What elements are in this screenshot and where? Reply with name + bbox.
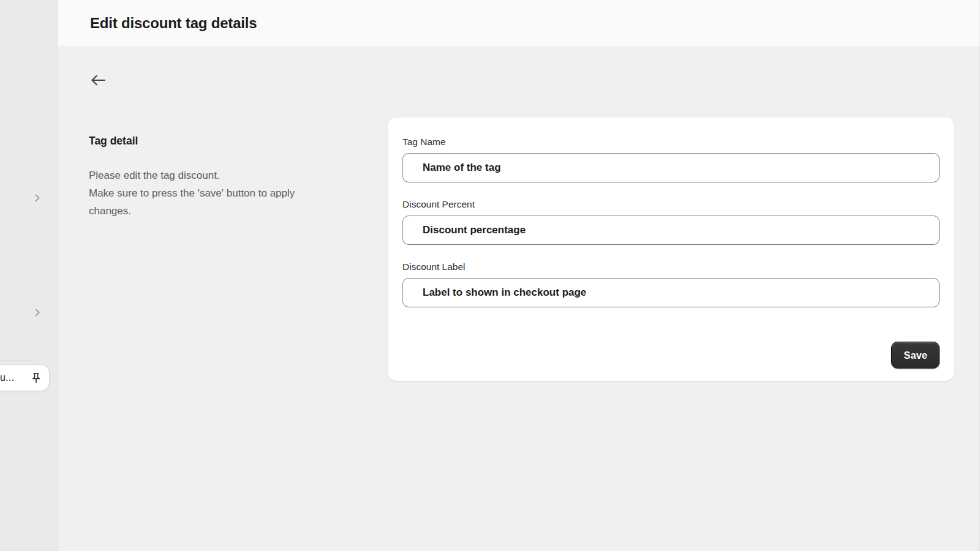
arrow-left-icon (90, 74, 106, 88)
tag-name-label: Tag Name (402, 136, 940, 148)
pinned-nav-item-label: u... (0, 372, 14, 383)
tag-name-field-group: Tag Name (402, 136, 940, 182)
pinned-nav-item[interactable]: u... (0, 365, 49, 391)
discount-label-label: Discount Label (402, 261, 940, 273)
page-header: Edit discount tag details (58, 0, 980, 47)
save-button[interactable]: Save (891, 342, 940, 369)
expand-panel-top-button[interactable] (30, 191, 45, 207)
chevron-right-icon (33, 193, 42, 205)
edit-tag-form-card: Tag Name Discount Percent Discount Label… (388, 118, 954, 381)
card-actions: Save (402, 342, 940, 369)
main-content: Tag detail Please edit the tag discount.… (58, 48, 980, 551)
section-description-line: Please edit the tag discount. (89, 167, 322, 184)
pushpin-icon[interactable] (30, 372, 42, 384)
expand-panel-bottom-button[interactable] (30, 305, 45, 321)
discount-label-field-group: Discount Label (402, 261, 940, 307)
tag-name-input[interactable] (402, 153, 940, 182)
sidebar-divider (0, 360, 35, 361)
section-description: Please edit the tag discount. Make sure … (89, 167, 322, 220)
page-title: Edit discount tag details (90, 15, 257, 32)
collapsed-sidebar: u... (0, 0, 58, 551)
chevron-right-icon (33, 307, 42, 320)
section-heading: Tag detail (89, 135, 334, 147)
discount-percent-field-group: Discount Percent (402, 198, 940, 245)
section-description-line: Make sure to press the 'save' button to … (89, 184, 322, 220)
section-annotation: Tag detail Please edit the tag discount.… (89, 135, 334, 220)
back-button[interactable] (90, 71, 115, 91)
discount-percent-label: Discount Percent (402, 198, 940, 211)
discount-label-input[interactable] (402, 278, 940, 307)
discount-percent-input[interactable] (402, 216, 940, 245)
